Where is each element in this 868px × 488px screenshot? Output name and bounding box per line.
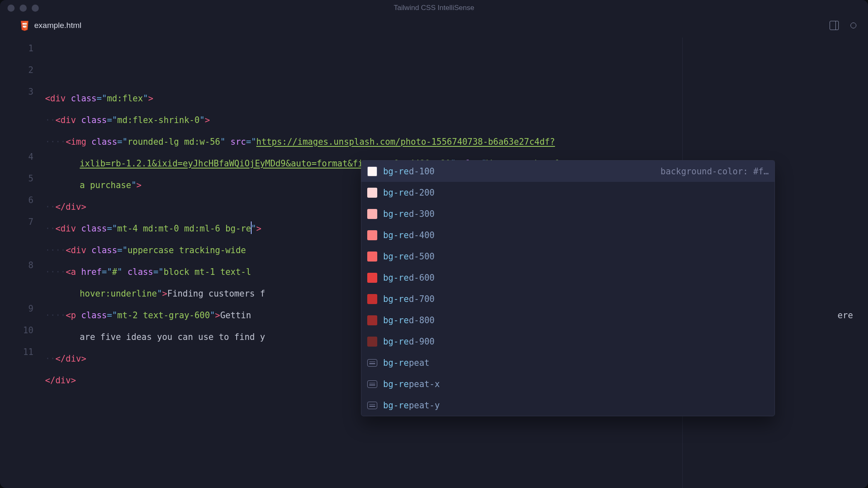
line-number: 10 [0, 319, 33, 341]
autocomplete-item[interactable]: bg-repeat [361, 352, 775, 373]
autocomplete-label: bg-red-800 [383, 315, 769, 325]
autocomplete-label: bg-repeat-y [383, 400, 769, 410]
line-number: 7 [0, 211, 33, 233]
autocomplete-item[interactable]: bg-red-300 [361, 203, 775, 224]
property-icon [367, 380, 377, 388]
close-window-button[interactable] [8, 5, 15, 12]
line-number: 8 [0, 254, 33, 276]
editor-window: Tailwind CSS IntelliSense example.html 1… [0, 0, 868, 488]
color-swatch-icon [367, 209, 377, 219]
autocomplete-label: bg-red-700 [383, 294, 769, 304]
autocomplete-label: bg-red-900 [383, 337, 769, 347]
color-swatch-icon [367, 273, 377, 283]
minimize-window-button[interactable] [20, 5, 27, 12]
autocomplete-item[interactable]: bg-red-700 [361, 288, 775, 309]
line-number: 3 [0, 81, 33, 103]
code-text-overflow: ere [838, 304, 853, 326]
autocomplete-item[interactable]: bg-red-100background-color: #f… [361, 161, 775, 182]
code-line[interactable]: ····<img class="rounded-lg md:w-56" src=… [45, 131, 868, 153]
property-icon [367, 359, 377, 367]
color-swatch-icon [367, 252, 377, 262]
autocomplete-label: bg-repeat [383, 358, 769, 368]
color-swatch-icon [367, 315, 377, 325]
autocomplete-item[interactable]: bg-red-800 [361, 309, 775, 331]
autocomplete-item[interactable]: bg-red-500 [361, 246, 775, 267]
autocomplete-item[interactable]: bg-repeat-y [361, 395, 775, 416]
code-line[interactable]: ··<div class="md:flex-shrink-0"> [45, 109, 868, 131]
line-number: 11 [0, 341, 33, 363]
line-number [0, 124, 33, 146]
code-editor[interactable]: 1234567891011 bg-red-100background-color… [0, 35, 868, 488]
autocomplete-label: bg-red-200 [383, 188, 769, 198]
autocomplete-popup[interactable]: bg-red-100background-color: #f…bg-red-20… [361, 160, 775, 416]
tab-strip: example.html [0, 16, 868, 35]
zoom-window-button[interactable] [32, 5, 39, 12]
line-number [0, 233, 33, 254]
autocomplete-item[interactable]: bg-repeat-x [361, 373, 775, 395]
line-number [0, 276, 33, 298]
split-editor-icon[interactable] [830, 21, 839, 30]
editor-actions [830, 21, 856, 30]
color-swatch-icon [367, 166, 377, 176]
line-number: 5 [0, 168, 33, 189]
line-number: 6 [0, 189, 33, 211]
line-number: 2 [0, 59, 33, 81]
autocomplete-label: bg-red-500 [383, 252, 769, 262]
line-number: 9 [0, 298, 33, 319]
autocomplete-label: bg-red-400 [383, 230, 769, 240]
autocomplete-item[interactable]: bg-red-200 [361, 182, 775, 203]
autocomplete-label: bg-red-100 [383, 166, 655, 176]
autocomplete-label: bg-red-600 [383, 273, 769, 283]
autocomplete-item[interactable]: bg-red-900 [361, 331, 775, 352]
html5-icon [20, 21, 29, 31]
color-swatch-icon [367, 337, 377, 347]
window-title: Tailwind CSS IntelliSense [0, 4, 868, 12]
line-number: 1 [0, 38, 33, 59]
line-number [0, 103, 33, 124]
autocomplete-label: bg-red-300 [383, 209, 769, 219]
color-swatch-icon [367, 294, 377, 304]
code-area[interactable]: bg-red-100background-color: #f…bg-red-20… [45, 38, 868, 488]
titlebar: Tailwind CSS IntelliSense [0, 0, 868, 16]
more-actions-icon[interactable] [850, 23, 856, 28]
file-tab[interactable]: example.html [20, 20, 81, 31]
traffic-lights [8, 5, 39, 12]
autocomplete-detail: background-color: #f… [661, 166, 769, 176]
autocomplete-label: bg-repeat-x [383, 379, 769, 389]
line-number-gutter: 1234567891011 [0, 38, 45, 488]
color-swatch-icon [367, 230, 377, 240]
autocomplete-item[interactable]: bg-red-600 [361, 267, 775, 288]
color-swatch-icon [367, 188, 377, 198]
autocomplete-item[interactable]: bg-red-400 [361, 224, 775, 246]
property-icon [367, 402, 377, 409]
line-number: 4 [0, 146, 33, 168]
code-line[interactable]: <div class="md:flex"> [45, 88, 868, 109]
file-tab-label: example.html [34, 21, 81, 30]
